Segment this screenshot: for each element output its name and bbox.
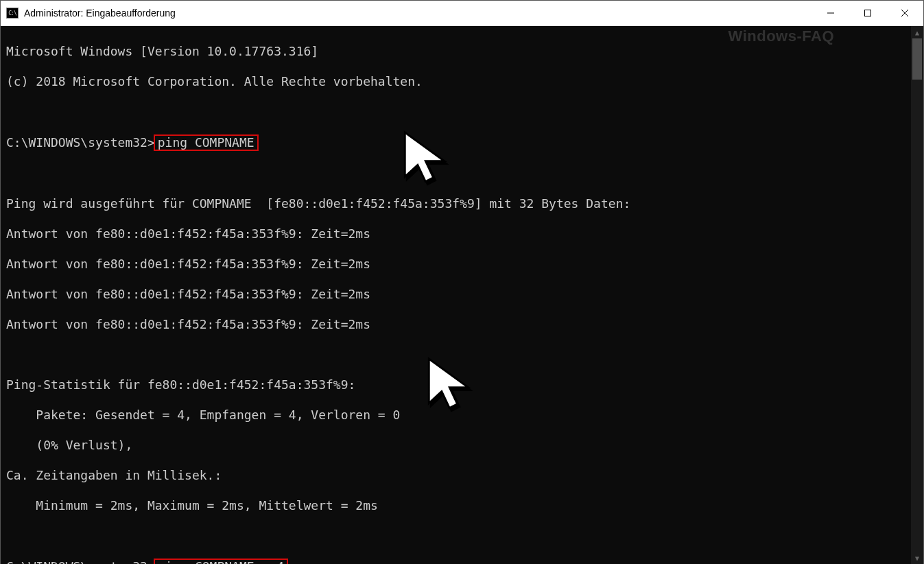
output-line [6,104,907,119]
output-line: Ping-Statistik für fe80::d0e1:f452:f45a:… [6,377,907,392]
output-line [6,166,907,181]
scrollbar-thumb[interactable] [912,38,922,80]
svg-rect-1 [865,10,871,16]
titlebar[interactable]: C:\ Administrator: Eingabeaufforderung [1,1,923,26]
terminal-area: Microsoft Windows [Version 10.0.17763.31… [1,26,923,564]
close-button[interactable] [886,1,923,25]
cmd-app-icon: C:\ [6,8,19,19]
output-line: Ping wird ausgeführt für COMPNAME [fe80:… [6,196,907,211]
output-line: Ca. Zeitangaben in Millisek.: [6,468,907,483]
output-line: (c) 2018 Microsoft Corporation. Alle Rec… [6,74,907,89]
output-line [6,528,907,543]
maximize-button[interactable] [849,1,886,25]
output-line: Microsoft Windows [Version 10.0.17763.31… [6,44,907,59]
scroll-up-arrow-icon[interactable]: ▲ [911,26,923,38]
highlighted-command: ping COMPNAME [154,134,259,151]
output-line: Antwort von fe80::d0e1:f452:f45a:353f%9:… [6,257,907,272]
output-line: Antwort von fe80::d0e1:f452:f45a:353f%9:… [6,317,907,332]
highlighted-command: ping COMPNAME -4 [154,559,288,564]
prompt-text: C:\WINDOWS\system32> [6,559,155,564]
terminal-output[interactable]: Microsoft Windows [Version 10.0.17763.31… [1,26,911,564]
prompt-text: C:\WINDOWS\system32> [6,135,155,150]
output-line: Antwort von fe80::d0e1:f452:f45a:353f%9:… [6,226,907,242]
output-line: Pakete: Gesendet = 4, Empfangen = 4, Ver… [6,408,907,423]
prompt-line: C:\WINDOWS\system32>ping COMPNAME [6,134,907,151]
output-line: Antwort von fe80::d0e1:f452:f45a:353f%9:… [6,287,907,302]
minimize-button[interactable] [812,1,849,25]
scroll-down-arrow-icon[interactable]: ▼ [911,552,923,564]
cmd-window: C:\ Administrator: Eingabeaufforderung M… [0,0,924,564]
output-line: Minimum = 2ms, Maximum = 2ms, Mittelwert… [6,498,907,513]
window-title: Administrator: Eingabeaufforderung [24,8,176,19]
output-line: (0% Verlust), [6,438,907,453]
prompt-line: C:\WINDOWS\system32>ping COMPNAME -4 [6,559,907,564]
window-controls [812,1,923,25]
output-line [6,347,907,362]
vertical-scrollbar[interactable]: ▲ ▼ [911,26,923,564]
